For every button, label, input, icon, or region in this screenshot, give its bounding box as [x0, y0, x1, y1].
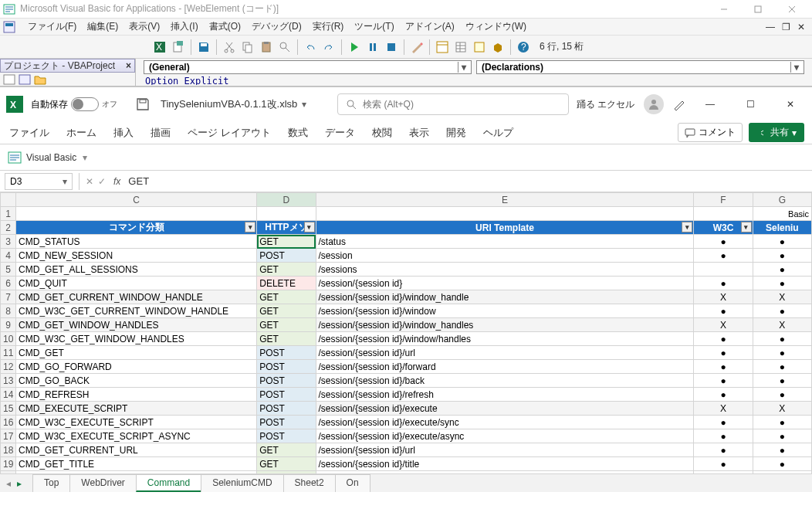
undo-icon[interactable]: [302, 39, 319, 56]
sheet-nav-prev-icon[interactable]: ◂: [6, 478, 11, 489]
row-header[interactable]: 17: [1, 429, 16, 443]
code-editor[interactable]: Option Explicit: [136, 76, 812, 85]
cell[interactable]: CMD_W3C_GET_CURRENT_WINDOW_HANDLE: [16, 304, 257, 318]
cell[interactable]: GET: [257, 290, 316, 304]
cell[interactable]: ●: [753, 235, 811, 249]
tab-help[interactable]: ヘルプ: [482, 123, 515, 143]
sheet-tab-Command[interactable]: Command: [136, 474, 201, 492]
cell[interactable]: CMD_GET_TITLE: [16, 457, 257, 471]
cell[interactable]: ●: [694, 235, 753, 249]
cell[interactable]: ●: [694, 374, 753, 388]
run-icon[interactable]: [346, 39, 363, 56]
cell[interactable]: ●: [694, 249, 753, 263]
menu-edit[interactable]: 編集(E): [83, 19, 123, 35]
mdi-restore-button[interactable]: ❐: [778, 20, 793, 34]
cell[interactable]: X: [694, 402, 753, 416]
ribﾎﾞﾝ-dropdown-icon[interactable]: ▾: [83, 152, 87, 163]
properties-icon[interactable]: [452, 39, 469, 56]
cell[interactable]: ●: [694, 277, 753, 290]
row-header[interactable]: 8: [1, 304, 16, 318]
sheet-tab-On[interactable]: On: [335, 474, 370, 492]
object-browser-icon[interactable]: [471, 39, 488, 56]
paste-icon[interactable]: [258, 39, 275, 56]
break-icon[interactable]: [364, 39, 381, 56]
row-header[interactable]: 4: [1, 249, 16, 263]
cell[interactable]: /session/{session id}/title: [316, 457, 694, 471]
view-object-icon[interactable]: [19, 74, 31, 85]
cancel-icon[interactable]: ✕: [86, 176, 93, 187]
cell[interactable]: /session/{session id}/execute: [316, 402, 694, 416]
cell[interactable]: ●: [753, 416, 811, 429]
cell[interactable]: CMD_GET_PAGE_SOURCE: [16, 471, 257, 474]
cell[interactable]: CMD_NEW_SESSION: [16, 249, 257, 263]
cell[interactable]: CMD_GET_CURRENT_URL: [16, 443, 257, 457]
cell[interactable]: ●: [753, 471, 811, 474]
pen-icon[interactable]: [673, 98, 685, 110]
cell[interactable]: /session/{session id}/source: [316, 471, 694, 474]
close-button[interactable]: [775, 0, 809, 19]
tab-view[interactable]: 表示: [408, 123, 431, 143]
visual-basic-button[interactable]: Visual Basic: [8, 151, 76, 165]
menu-file[interactable]: ファイル(F): [23, 19, 81, 35]
cell[interactable]: CMD_W3C_GET_WINDOW_HANDLES: [16, 332, 257, 346]
col-header-F[interactable]: F: [694, 193, 753, 207]
sheet-tab-WebDriver[interactable]: WebDriver: [69, 474, 136, 492]
menu-format[interactable]: 書式(O): [205, 19, 245, 35]
tab-insert[interactable]: 挿入: [112, 123, 135, 143]
cell[interactable]: ●: [753, 360, 811, 374]
cell[interactable]: POST: [257, 346, 316, 360]
tab-formulas[interactable]: 数式: [286, 123, 310, 143]
insert-module-icon[interactable]: [170, 39, 187, 56]
cell[interactable]: ●: [694, 471, 753, 474]
cell[interactable]: ●: [694, 360, 753, 374]
cell[interactable]: /session/{session id}/window_handles: [316, 318, 694, 332]
cell[interactable]: /session/{session id}/execute/sync: [316, 416, 694, 429]
sheet-tab-SeleniumCMD[interactable]: SeleniumCMD: [201, 474, 283, 492]
filter-icon[interactable]: ▾: [245, 222, 255, 232]
row-header[interactable]: 18: [1, 443, 16, 457]
spreadsheet-grid[interactable]: CDEFG1Basic2 コマンド分類▾ HTTPメソ▾ URI Templat…: [0, 192, 812, 473]
cell[interactable]: ●: [753, 457, 811, 471]
cell[interactable]: ●: [694, 416, 753, 429]
view-code-icon[interactable]: [3, 74, 15, 85]
menu-debug[interactable]: デバッグ(D): [247, 19, 306, 35]
project-header[interactable]: プロジェクト - VBAProject ×: [0, 59, 135, 73]
cell[interactable]: CMD_GET: [16, 346, 257, 360]
folder-toggle-icon[interactable]: [34, 74, 46, 85]
cell[interactable]: CMD_REFRESH: [16, 388, 257, 402]
save-icon[interactable]: [195, 39, 212, 56]
cell[interactable]: X: [753, 318, 811, 332]
cell[interactable]: ●: [753, 332, 811, 346]
menu-window[interactable]: ウィンドウ(W): [461, 19, 531, 35]
row-header[interactable]: 6: [1, 277, 16, 290]
excel-minimize-button[interactable]: —: [695, 92, 726, 117]
cell[interactable]: GET: [257, 304, 316, 318]
cell[interactable]: ●: [753, 263, 811, 277]
col-header-C[interactable]: C: [16, 193, 257, 207]
cell[interactable]: DELETE: [257, 277, 316, 290]
cell[interactable]: /session/{session id}/window/handles: [316, 332, 694, 346]
row-header[interactable]: 11: [1, 346, 16, 360]
cell[interactable]: ●: [694, 457, 753, 471]
filter-icon[interactable]: ▾: [304, 222, 315, 232]
row-header[interactable]: 9: [1, 318, 16, 332]
row-header[interactable]: 20: [1, 471, 16, 474]
row-header[interactable]: 15: [1, 402, 16, 416]
table-header[interactable]: W3C▾: [694, 221, 753, 235]
row-header[interactable]: 12: [1, 360, 16, 374]
reset-icon[interactable]: [383, 39, 400, 56]
row-header[interactable]: 3: [1, 235, 16, 249]
view-excel-icon[interactable]: X: [151, 39, 168, 56]
cell[interactable]: CMD_QUIT: [16, 277, 257, 290]
maximize-button[interactable]: [741, 0, 775, 19]
table-header[interactable]: HTTPメソ▾: [257, 221, 316, 235]
cell[interactable]: /session/{session id}/refresh: [316, 388, 694, 402]
cell[interactable]: CMD_GET_CURRENT_WINDOW_HANDLE: [16, 290, 257, 304]
row-header[interactable]: 1: [1, 207, 16, 221]
cell[interactable]: POST: [257, 374, 316, 388]
cell[interactable]: /session/{session id}/back: [316, 374, 694, 388]
cell[interactable]: ●: [694, 304, 753, 318]
vba-system-icon[interactable]: [3, 21, 15, 33]
cell[interactable]: ●: [753, 443, 811, 457]
procedure-combo[interactable]: (Declarations)▾: [476, 60, 804, 74]
